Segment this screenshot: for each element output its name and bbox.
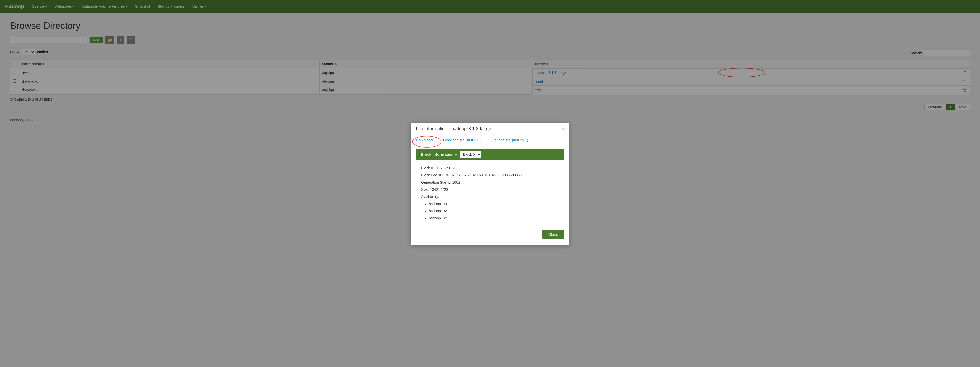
generation-stamp-value: 1002 [452, 180, 460, 184]
size-value: 134217728 [430, 187, 448, 192]
block-info-header: Block information -- Block 0 [416, 149, 564, 160]
list-item: hadoop102 [429, 207, 559, 214]
modal-footer: Close [410, 226, 570, 240]
block-info-label: Block information -- [421, 152, 457, 157]
availability-list: hadoop103hadoop102hadoop104 [429, 200, 559, 222]
availability-row: Availability: hadoop103hadoop102hadoop10… [421, 193, 559, 222]
block-id-row: Block ID: 1073741826 [421, 164, 559, 172]
modal-actions: Download Head the file (first 32K) Tail … [410, 134, 570, 145]
modal-close-button[interactable]: × [562, 126, 564, 131]
head-file-link[interactable]: Head the file (first 32K) [443, 138, 482, 142]
modal-header: File information - hadoop-3.1.3.tar.gz × [410, 122, 570, 134]
block-pool-row: Block Pool ID: BP-823420375-192.168.31.1… [421, 172, 559, 179]
modal-close-btn[interactable]: Close [542, 230, 564, 238]
generation-stamp-row: Generation Stamp: 1002 [421, 179, 559, 186]
tail-file-link[interactable]: Tail the file (last 32K) [493, 138, 528, 142]
modal-title: File information - hadoop-3.1.3.tar.gz [416, 126, 491, 132]
block-details: Block ID: 1073741826 Block Pool ID: BP-8… [416, 160, 564, 226]
block-pool-label: Block Pool ID: [421, 173, 444, 177]
list-item: hadoop104 [429, 214, 559, 222]
block-pool-value: BP-823420375-192.168.31.102-171439569386… [445, 173, 522, 177]
download-link[interactable]: Download [416, 138, 433, 142]
list-item: hadoop103 [429, 200, 559, 207]
size-row: Size: 134217728 [421, 186, 559, 193]
availability-label: Availability: [421, 195, 439, 199]
block-id-value: 1073741826 [436, 166, 457, 170]
file-info-modal: File information - hadoop-3.1.3.tar.gz ×… [410, 122, 570, 245]
block-select[interactable]: Block 0 [460, 151, 481, 158]
block-id-label: Block ID: [421, 166, 436, 170]
generation-stamp-label: Generation Stamp: [421, 180, 451, 184]
size-label: Size: [421, 187, 429, 192]
download-link-wrapper: Download [416, 138, 433, 142]
header-links-group: Download Head the file (first 32K) Tail … [416, 138, 528, 142]
modal-overlay[interactable]: File information - hadoop-3.1.3.tar.gz ×… [0, 0, 980, 367]
